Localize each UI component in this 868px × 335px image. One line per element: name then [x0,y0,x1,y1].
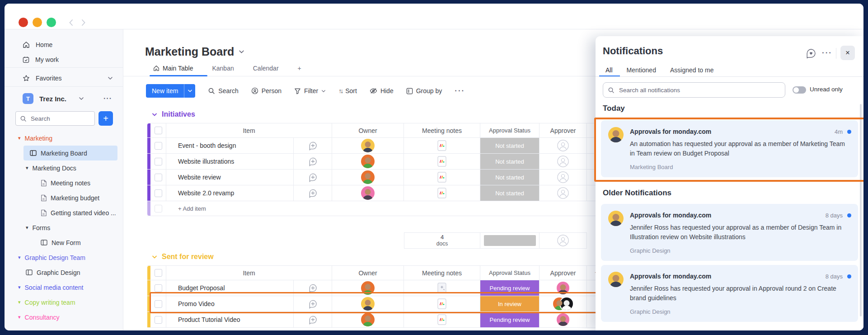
meeting-notes-doc-icon[interactable] [437,188,446,198]
sidebar-item-new-form[interactable]: New Form [5,235,123,250]
column-header-meeting-notes[interactable]: Meeting notes [404,266,480,280]
owner-avatar[interactable] [361,186,375,200]
sidebar-item-my-work[interactable]: My work [5,52,123,67]
approver-avatar[interactable] [557,313,569,326]
status-cell[interactable]: Not started [480,138,540,153]
owner-avatar[interactable] [361,297,375,311]
chevron-down-icon[interactable] [321,90,326,93]
panel-scrollbar[interactable] [860,104,862,316]
column-header-meeting-notes[interactable]: Meeting notes [404,123,480,137]
sidebar-item-graphic-design[interactable]: Graphic Design [5,265,123,280]
owner-avatar[interactable] [361,281,375,295]
table-row[interactable]: Event - booth design Not started [147,138,607,154]
status-cell[interactable]: In review [480,296,540,311]
row-checkbox[interactable] [155,142,162,150]
caret-down-icon[interactable]: ▾ [18,135,21,141]
column-header-owner[interactable]: Owner [332,266,404,280]
notifications-search[interactable] [603,82,785,98]
sidebar-item-marketing-budget[interactable]: Marketing budget [5,190,123,205]
notification-card[interactable]: Approvals for monday.com 4m An automatio… [601,120,858,177]
tab-calendar[interactable]: Calendar [253,65,279,72]
status-cell[interactable]: Not started [480,154,540,169]
add-conversation-icon[interactable] [308,299,318,309]
select-all-checkbox[interactable] [155,127,162,134]
sidebar-item-marketing-board[interactable]: Marketing Board [23,146,117,160]
minimize-window-icon[interactable] [33,18,42,27]
unread-only-toggle[interactable] [793,86,806,94]
add-conversation-icon[interactable] [308,283,318,293]
hide-button[interactable]: Hide [370,87,394,94]
table-row-budget-proposal[interactable]: Budget Proposal Pending review [147,280,607,296]
sidebar-item-consultancy[interactable]: ▾ Consultancy [5,310,123,325]
caret-down-icon[interactable]: ▾ [18,255,21,260]
row-checkbox[interactable] [155,158,162,165]
caret-down-icon[interactable]: ▾ [26,225,28,231]
row-checkbox[interactable] [155,174,162,181]
owner-avatar[interactable] [361,155,375,168]
meeting-notes-doc-icon[interactable] [437,156,446,167]
status-cell[interactable]: Pending review [480,280,540,296]
item-name[interactable]: Product Tutorial Video [166,312,294,327]
table-row[interactable]: Promo Video In review [147,296,607,312]
column-header-approver[interactable]: Approver [540,266,587,280]
row-checkbox[interactable] [155,284,162,292]
tab-kanban[interactable]: Kanban [212,65,234,72]
empty-approver-icon[interactable] [557,171,569,183]
chevron-down-icon[interactable] [79,97,84,100]
tab-assigned-to-me[interactable]: Assigned to me [670,66,714,74]
row-checkbox[interactable] [155,300,162,308]
table-row[interactable]: Website illustrations Not started [147,154,607,170]
sidebar-item-marketing[interactable]: ▾ Marketing [5,131,123,146]
item-name[interactable]: Website 2.0 revamp [166,185,294,201]
item-name[interactable]: Website illustrations [166,154,294,169]
doc-wand-icon[interactable] [437,283,446,293]
item-name[interactable]: Budget Proposal [166,280,294,296]
select-all-checkbox[interactable] [155,269,162,277]
column-header-approval-status[interactable]: Approval Status [480,123,540,137]
sort-button[interactable]: ↑↓ Sort [338,87,357,94]
column-header-item[interactable]: Item [166,123,332,137]
item-name[interactable]: Promo Video [166,296,294,311]
notifications-search-input[interactable] [618,86,780,94]
group-by-button[interactable]: Group by [406,87,442,94]
add-conversation-icon[interactable] [308,173,318,182]
workspace-more-icon[interactable]: ··· [103,94,112,103]
feedback-bubble-icon[interactable] [806,48,816,58]
chevron-down-icon[interactable] [108,76,113,80]
status-cell[interactable]: Not started [480,185,540,201]
add-board-button[interactable]: + [99,111,113,126]
filter-button[interactable]: Filter [294,87,326,94]
caret-down-icon[interactable]: ▾ [18,314,21,320]
table-row[interactable]: Product Tutorial Video Pending review [147,312,607,328]
column-header-item[interactable]: Item [166,266,332,280]
column-header-owner[interactable]: Owner [332,123,404,137]
row-checkbox[interactable] [155,189,162,197]
column-header-approval-status[interactable]: Approval Status [480,266,540,280]
status-cell[interactable]: Pending review [480,312,540,327]
owner-avatar[interactable] [361,313,375,326]
notifications-more-icon[interactable]: ··· [822,48,832,57]
workspace-switcher[interactable]: T Trez Inc. ··· [5,91,123,106]
board-title-row[interactable]: Marketing Board [145,45,244,58]
status-cell[interactable]: Not started [480,170,540,185]
empty-approver-icon[interactable] [557,140,569,151]
table-row[interactable]: Website 2.0 revamp Not started [147,185,607,201]
add-view-tab[interactable]: + [298,65,301,72]
empty-approver-icon[interactable] [557,187,569,199]
meeting-notes-doc-icon[interactable] [437,298,446,309]
sidebar-item-meeting-notes[interactable]: Meeting notes [5,175,123,190]
nav-forward-icon[interactable] [80,19,87,26]
add-item-label[interactable]: + Add item [166,205,206,212]
sidebar-item-social-media-content[interactable]: ▾ Social media content [5,280,123,295]
toolbar-more-icon[interactable]: ··· [455,86,465,95]
nav-back-icon[interactable] [68,19,74,26]
item-name[interactable]: Website review [166,170,294,185]
caret-down-icon[interactable]: ▾ [18,299,21,305]
approver-avatar[interactable] [557,282,569,294]
sidebar-item-home[interactable]: Home [5,37,123,52]
row-checkbox[interactable] [155,316,162,324]
meeting-notes-doc-icon[interactable] [437,172,446,183]
owner-avatar[interactable] [361,170,375,184]
table-row[interactable]: Website review Not started [147,170,607,185]
status-summary-bar[interactable] [484,235,536,246]
